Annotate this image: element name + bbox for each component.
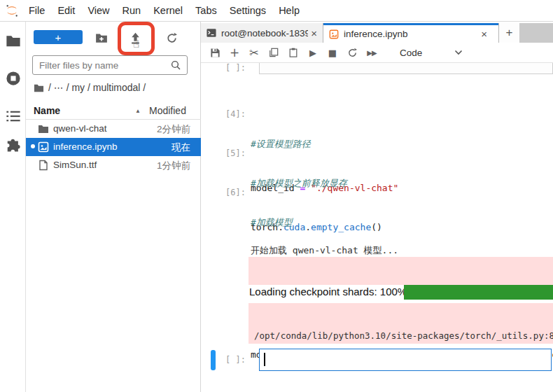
stderr-warning-2: /opt/conda/lib/python3.10/site-packages/… [248, 303, 553, 344]
add-cell-button[interactable]: + [225, 44, 244, 61]
new-tab-button[interactable]: + [498, 23, 519, 43]
file-row-inference-ipynb[interactable]: inference.ipynb 现在 [26, 138, 201, 156]
copy-cells-button[interactable] [264, 44, 284, 61]
menu-help[interactable]: Help [279, 5, 300, 16]
terminal-icon [206, 28, 216, 38]
progress-bar [404, 285, 553, 300]
notebook-icon [329, 29, 339, 39]
chevron-down-icon [454, 50, 463, 55]
file-browser-icon[interactable] [6, 33, 21, 48]
active-cell-indicator [211, 350, 216, 370]
menu-file[interactable]: File [29, 5, 45, 16]
cell-prompt: [5]: [225, 148, 248, 158]
column-modified[interactable]: Modified [149, 105, 186, 116]
notebook-toolbar: + ✂ ▶ ■ ▶▶ Code [201, 43, 553, 63]
new-launcher-button[interactable]: + [34, 30, 83, 44]
extensions-puzzle-icon[interactable] [6, 139, 21, 154]
progress-label: Loading checkpoint shards: 100% [249, 286, 407, 298]
file-icon [38, 160, 49, 171]
close-tab-icon[interactable]: × [311, 27, 317, 39]
tab-inference-notebook[interactable]: inference.ipynb × [323, 23, 498, 43]
refresh-button[interactable] [164, 31, 179, 45]
paste-cells-button[interactable] [284, 44, 303, 61]
cell-prompt: [ ]: [225, 355, 248, 365]
tab-label: inference.ipynb [344, 29, 478, 39]
file-modified: 2分钟前 [157, 123, 190, 136]
stdout-text: 开始加载 qwen-vl-chat 模型... [251, 244, 553, 257]
menu-bar: File Edit View Run Kernel Tabs Settings … [0, 0, 553, 22]
file-browser-panel: + ☝ / ⋯ / my / multimodal / [26, 22, 201, 392]
filter-files-box [32, 55, 188, 75]
tab-bar: root@notebook-18391279 × inference.ipynb… [201, 23, 553, 43]
running-kernels-icon[interactable] [6, 71, 21, 86]
sort-ascending-icon: ▲ [135, 108, 141, 114]
file-row-qwen-vl-chat[interactable]: qwen-vl-chat 2分钟前 [26, 120, 201, 138]
cell-prompt: [6]: [225, 188, 248, 197]
menu-view[interactable]: View [88, 5, 109, 16]
menu-settings[interactable]: Settings [230, 5, 266, 16]
file-row-simsun-ttf[interactable]: SimSun.ttf 1分钟前 [26, 156, 201, 174]
notebook-icon [38, 141, 49, 153]
cut-cells-button[interactable]: ✂ [244, 44, 264, 61]
tab-label: root@notebook-18391279 [221, 28, 308, 38]
cell-prompt: [ ]: [225, 63, 248, 73]
notebook-content: [ ]: [4]: #设置模型路径 model_id = "./qwen-vl-… [201, 63, 553, 392]
empty-cell-input[interactable] [259, 63, 553, 74]
file-modified: 1分钟前 [157, 160, 190, 172]
cell-type-dropdown[interactable]: Code [400, 48, 463, 58]
stop-kernel-button[interactable]: ■ [323, 44, 342, 61]
restart-run-all-button[interactable]: ▶▶ [362, 44, 382, 61]
left-sidebar [0, 22, 26, 392]
file-modified: 现在 [172, 141, 190, 154]
breadcrumb-path: / ⋯ / my / multimodal / [48, 82, 146, 93]
home-folder-icon [34, 83, 44, 93]
main-area: root@notebook-18391279 × inference.ipynb… [201, 22, 553, 392]
cell-type-value: Code [400, 48, 422, 58]
run-cell-button[interactable]: ▶ [303, 44, 323, 61]
menu-edit[interactable]: Edit [57, 5, 75, 16]
menu-run[interactable]: Run [122, 5, 141, 16]
file-list-header: Name ▲ Modified [26, 104, 201, 120]
file-name: SimSun.ttf [53, 160, 97, 170]
cell-prompt: [4]: [225, 109, 248, 119]
new-folder-button[interactable] [94, 31, 109, 45]
file-name: qwen-vl-chat [53, 123, 107, 134]
text-caret [264, 353, 265, 366]
menu-kernel[interactable]: Kernel [153, 5, 183, 16]
app-logo-icon [5, 4, 19, 18]
folder-icon [38, 123, 49, 134]
stderr-warning-1: The model is automatically converting to… [248, 257, 553, 285]
breadcrumb[interactable]: / ⋯ / my / multimodal / [34, 82, 146, 93]
file-name: inference.ipynb [53, 141, 118, 152]
tab-terminal[interactable]: root@notebook-18391279 × [201, 23, 323, 43]
filter-files-input[interactable] [33, 60, 170, 71]
active-cell-input[interactable] [259, 349, 552, 371]
restart-kernel-button[interactable] [342, 44, 362, 61]
mouse-cursor: ☝ [133, 38, 139, 50]
column-name[interactable]: Name [34, 105, 60, 116]
menu-tabs[interactable]: Tabs [195, 5, 217, 16]
search-icon [170, 59, 181, 71]
save-button[interactable] [205, 44, 225, 61]
open-file-dot [31, 144, 35, 148]
close-tab-icon[interactable]: × [481, 28, 487, 40]
table-of-contents-icon[interactable] [6, 108, 21, 124]
